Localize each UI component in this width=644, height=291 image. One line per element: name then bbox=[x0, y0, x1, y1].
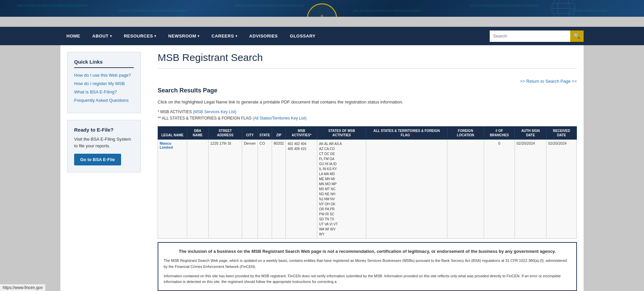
legal-name-link[interactable]: Mancu Limited bbox=[160, 141, 173, 149]
return-to-search-link[interactable]: >> Return to Search Page << bbox=[520, 79, 577, 84]
cell-dba-name bbox=[187, 139, 208, 238]
main-content: MSB Registrant Search >> Return to Searc… bbox=[148, 45, 584, 291]
disclaimer-text1: The MSB Registrant Search Web page, whic… bbox=[164, 258, 571, 270]
col-dba-name: DBA NAME bbox=[187, 126, 208, 139]
footnote2-text: ** ALL STATES & TERRITORIES & FOREIGN FL… bbox=[158, 116, 253, 121]
col-city: CITY bbox=[242, 126, 258, 139]
results-table: LEGAL NAME DBA NAME STREET ADDRESS CITY … bbox=[158, 126, 577, 239]
col-states-msb: STATES OF MSB ACTIVITIES bbox=[317, 126, 366, 139]
efile-title: Ready to E-File? bbox=[74, 127, 134, 133]
cell-msb-activities: 401 402 404 405 409 415 bbox=[286, 139, 317, 238]
cell-city: Denver bbox=[242, 139, 258, 238]
about-caret: ▾ bbox=[110, 34, 112, 38]
svg-text:001011010010110100101101001011: 00101101001011010010110100101101001011 bbox=[470, 4, 539, 7]
sidebar: Quick Links How do I use this Web page? … bbox=[60, 45, 148, 291]
page-title: MSB Registrant Search bbox=[158, 52, 577, 69]
nav-resources[interactable]: RESOURCES ▾ bbox=[118, 27, 162, 45]
col-zip: ZIP bbox=[272, 126, 286, 139]
cell-street: 1225 17th St bbox=[208, 139, 242, 238]
resources-caret: ▾ bbox=[154, 34, 156, 38]
search-input[interactable] bbox=[490, 30, 570, 42]
efile-button[interactable]: Go to BSA E-File bbox=[74, 154, 121, 165]
col-branches: # OF BRANCHES bbox=[484, 126, 515, 139]
instructions-text: Click on the highlighted Legal Name link… bbox=[158, 99, 577, 105]
footnote2: ** ALL STATES & TERRITORIES & FOREIGN FL… bbox=[158, 115, 577, 122]
sidebar-link-register[interactable]: How do I register My MSB bbox=[74, 81, 134, 86]
url-bar: https://www.fincen.gov bbox=[0, 284, 45, 291]
disclaimer-box: The inclusion of a business on the MSB R… bbox=[158, 242, 577, 291]
col-foreign-location: FOREIGN LOCATION bbox=[447, 126, 484, 139]
cell-state: CO bbox=[258, 139, 272, 238]
footnote1: * MSB ACTIVITIES (MSB Services Key List) bbox=[158, 109, 577, 115]
footnotes: * MSB ACTIVITIES (MSB Services Key List)… bbox=[158, 109, 577, 122]
newsroom-caret: ▾ bbox=[198, 34, 200, 38]
col-state: STATE bbox=[258, 126, 272, 139]
msb-key-list-link[interactable]: (MSB Services Key List) bbox=[193, 110, 236, 114]
svg-text:000110100011010001010110001010: 000110100011010001010110001010110100010 bbox=[17, 4, 88, 7]
col-auth-sign-date: AUTH SIGN DATE bbox=[515, 126, 546, 139]
page-content: Quick Links How do I use this Web page? … bbox=[60, 45, 584, 291]
search-form: 🔍 bbox=[490, 30, 584, 42]
states-list: AK AL AR AS A AZ CA CO CT DC DE FL FM GA… bbox=[319, 141, 364, 237]
msb-activities-list: 401 402 404 405 409 415 bbox=[287, 141, 315, 151]
sidebar-link-faq[interactable]: Frequently Asked Questions bbox=[74, 98, 134, 103]
cell-foreign-location bbox=[447, 139, 484, 238]
nav-careers[interactable]: CAREERS ▾ bbox=[206, 27, 244, 45]
sidebar-link-how-use[interactable]: How do I use this Web page? bbox=[74, 73, 134, 78]
nav-glossary[interactable]: GLOSSARY bbox=[284, 27, 321, 45]
quick-links-box: Quick Links How do I use this Web page? … bbox=[67, 52, 141, 113]
disclaimer-bold-text: The inclusion of a business on the MSB R… bbox=[164, 248, 571, 255]
col-msb-activities: MSB ACTIVITIES* bbox=[286, 126, 317, 139]
col-received-date: RECEIVED DATE bbox=[546, 126, 577, 139]
efile-description: Visit the BSA E-Filing System to file yo… bbox=[74, 136, 134, 149]
nav-newsroom[interactable]: NEWSROOM ▾ bbox=[162, 27, 206, 45]
nav-about[interactable]: ABOUT ▾ bbox=[86, 27, 118, 45]
return-link-container: >> Return to Search Page << bbox=[158, 79, 577, 84]
cell-all-states-flag bbox=[366, 139, 447, 238]
col-all-states: ALL STATES & TERRITORIES & FOREIGN FLAG*… bbox=[366, 126, 447, 139]
nav-advisories[interactable]: ADVISORIES bbox=[243, 27, 284, 45]
main-nav: HOME ABOUT ▾ RESOURCES ▾ NEWSROOM ▾ CARE… bbox=[0, 27, 644, 45]
col-legal-name: LEGAL NAME bbox=[158, 126, 187, 139]
quick-links-title: Quick Links bbox=[74, 59, 134, 68]
efile-box: Ready to E-File? Visit the BSA E-Filing … bbox=[67, 120, 141, 172]
col-street-address: STREET ADDRESS bbox=[208, 126, 242, 139]
cell-zip: 80202 bbox=[272, 139, 286, 238]
disclaimer-text2: Information contained on this site has b… bbox=[164, 273, 571, 285]
table-row: Mancu Limited 1225 17th St Denver CO 802… bbox=[158, 139, 577, 238]
all-states-key-list-link[interactable]: (All States/Territories Key List) bbox=[253, 116, 307, 121]
careers-caret: ▾ bbox=[235, 34, 237, 38]
nav-home[interactable]: HOME bbox=[60, 27, 86, 45]
nav-items: HOME ABOUT ▾ RESOURCES ▾ NEWSROOM ▾ CARE… bbox=[60, 27, 322, 45]
sidebar-link-bsa-efiling[interactable]: What is BSA E-Filing? bbox=[74, 89, 134, 94]
svg-text:100110100011010001010110001010: 10011010001101000101011000101011010001 bbox=[352, 9, 421, 12]
cell-states: AK AL AR AS A AZ CA CO CT DC DE FL FM GA… bbox=[317, 139, 366, 238]
cell-auth-sign-date: 02/20/2024 bbox=[515, 139, 546, 238]
search-button[interactable]: 🔍 bbox=[570, 30, 584, 42]
results-heading: Search Results Page bbox=[158, 87, 577, 94]
cell-branches: 0 bbox=[484, 139, 515, 238]
svg-text:010101100010101101000101100101: 01010110001010110100010110010101001101 bbox=[235, 4, 304, 7]
footnote1-text: * MSB ACTIVITIES bbox=[158, 110, 193, 114]
cell-legal-name: Mancu Limited bbox=[158, 139, 187, 238]
svg-text:110010101101000101101010010100: 11001010110100010110101001010011010001 bbox=[117, 9, 186, 12]
cell-received-date: 02/20/2024 bbox=[546, 139, 577, 238]
